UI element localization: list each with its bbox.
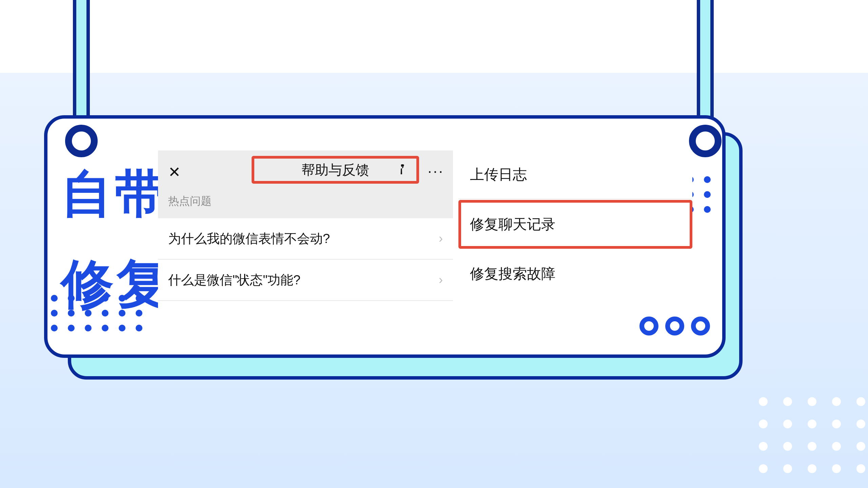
hanger-ring-right [689,125,722,157]
dot-grid-left [51,295,142,331]
faq-item-2[interactable]: 什么是微信"状态"功能? › [158,260,453,301]
menu-item-repair-chat-highlight[interactable]: 修复聊天记录 [458,200,692,249]
section-header-hot-questions: 热点问题 [158,188,453,218]
more-icon[interactable]: ··· [428,163,444,180]
menu-item-label: 修复聊天记录 [470,215,555,234]
menu-item-label: 修复搜索故障 [470,264,555,283]
chevron-right-icon: › [439,273,443,287]
repair-menu: 上传日志 修复聊天记录 修复搜索故障 [458,150,692,306]
wrench-icon[interactable] [398,162,407,178]
menu-item-repair-search[interactable]: 修复搜索故障 [458,249,692,298]
dot-grid-white [759,397,865,473]
screen-title-highlight: 帮助与反馈 [252,156,419,184]
chevron-right-icon: › [439,231,443,246]
title-line1: 自带 [61,168,169,219]
faq-item-1[interactable]: 为什么我的微信表情不会动? › [158,218,453,260]
faq-item-label: 为什么我的微信表情不会动? [168,230,330,247]
help-feedback-screen: ✕ 帮助与反馈 ··· 热点问题 为什么我的微信表情不会动? › 什么是微信"状… [158,150,453,313]
menu-item-label: 上传日志 [470,165,527,184]
top-white-strip [0,0,868,73]
close-icon[interactable]: ✕ [168,163,181,181]
screen-title: 帮助与反馈 [301,161,369,179]
faq-item-label: 什么是微信"状态"功能? [168,271,300,289]
screen-header: ✕ 帮助与反馈 ··· [158,150,453,188]
menu-item-upload-log[interactable]: 上传日志 [458,150,692,199]
ring-trio [639,317,710,336]
hanger-ring-left [65,125,98,157]
